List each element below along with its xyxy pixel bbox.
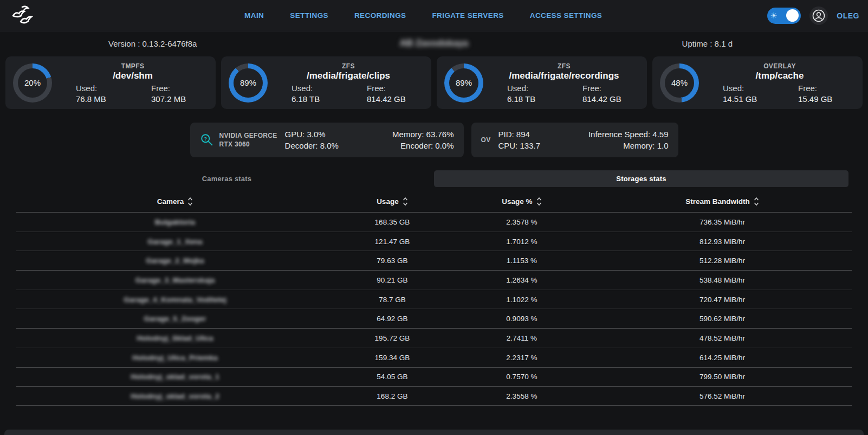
nav-settings[interactable]: SETTINGS: [290, 11, 328, 20]
table-row: Garage_5_Zooger 64.92 GB 0.9093 % 590.62…: [16, 309, 852, 328]
fs-type-label: ZFS: [273, 62, 424, 70]
nav-recordings[interactable]: RECORDINGS: [354, 11, 406, 20]
version-label: Version : 0.13.2-6476f8a: [0, 39, 400, 48]
usage-pct-cell: 1.1022 %: [451, 296, 593, 304]
table-row: Garage_1_Xena 121.47 GB 1.7012 % 812.93 …: [16, 232, 852, 251]
table-row: Holodnyj_Ulica_Priemka 159.34 GB 2.2317 …: [16, 348, 852, 367]
storage-card-dev-shm: 20% TMPFS /dev/shm Used: Free: 76.8 MB 3…: [5, 56, 216, 109]
usage-donut: 48%: [660, 63, 699, 103]
usage-cell: 195.72 GB: [334, 334, 451, 342]
bandwidth-cell: 720.47 MiB/hr: [593, 296, 852, 304]
frigate-logo-icon: [9, 4, 38, 28]
camera-name-blurred: Garage_2_Mojka: [16, 257, 334, 265]
column-header-usage-pct[interactable]: Usage %: [451, 197, 593, 206]
detector-cpu: CPU: 133.7: [498, 141, 583, 150]
detector-name-label: OV: [481, 136, 491, 144]
donut-percent-label: 48%: [671, 78, 688, 87]
fs-path-label: /media/frigate/recordings: [489, 71, 639, 81]
tab-cameras-stats[interactable]: Cameras stats: [20, 170, 434, 187]
free-label: Free:: [133, 84, 208, 93]
column-header-stream-bandwidth[interactable]: Stream Bandwidth: [593, 197, 852, 206]
nav-main[interactable]: MAIN: [244, 11, 264, 20]
table-row: Garage_4_Komnata_Voditelej 78.7 GB 1.102…: [16, 290, 852, 309]
usage-pct-cell: 0.9093 %: [451, 315, 593, 323]
header-right-group: ☀ OLEG: [767, 7, 859, 25]
table-row: Bulgaktoria 168.35 GB 2.3578 % 736.35 Mi…: [16, 212, 852, 232]
usage-pct-cell: 1.2634 %: [451, 276, 593, 284]
used-value: 76.8 MB: [57, 94, 133, 104]
column-header-usage[interactable]: Usage: [334, 197, 451, 206]
table-row: Holodnyj_sklad_vorota_1 54.05 GB 0.7570 …: [16, 367, 852, 387]
free-label: Free:: [564, 84, 639, 93]
sort-icon: [403, 197, 408, 206]
bandwidth-cell: 478.52 MiB/hr: [593, 334, 852, 342]
column-header-camera[interactable]: Camera: [16, 197, 334, 206]
bandwidth-cell: 512.28 MiB/hr: [593, 257, 852, 265]
bandwidth-cell: 590.62 MiB/hr: [593, 315, 852, 323]
bandwidth-cell: 799.50 MiB/hr: [593, 373, 852, 381]
used-label: Used:: [273, 84, 348, 93]
usage-pct-cell: 2.7411 %: [451, 334, 593, 342]
svg-text:?: ?: [204, 136, 207, 142]
camera-name-blurred: Garage_5_Zooger: [16, 315, 334, 323]
storage-card-clips: 89% ZFS /media/frigate/clips Used: Free:…: [221, 56, 431, 109]
bandwidth-cell: 614.25 MiB/hr: [593, 354, 852, 362]
username-label[interactable]: OLEG: [837, 11, 859, 20]
usage-cell: 90.21 GB: [334, 276, 451, 284]
uptime-label: Uptime : 8.1 d: [682, 39, 868, 48]
info-bar: Version : 0.13.2-6476f8a AB Zavodskaya U…: [0, 31, 868, 55]
donut-percent-label: 89%: [240, 78, 256, 87]
accelerator-row: ? NVIDIA GEFORCE RTX 3060 GPU: 3.0% Memo…: [0, 123, 868, 157]
storages-stats-table: Camera Usage Usage % Stream Bandwidth Bu…: [16, 190, 852, 406]
free-value: 15.49 GB: [780, 94, 855, 104]
detector-stats-card: OV PID: 894 Inference Speed: 4.59 CPU: 1…: [471, 123, 678, 157]
nav-frigate-servers[interactable]: FRIGATE SERVERS: [432, 11, 503, 20]
detector-memory: Memory: 1.0: [583, 141, 668, 150]
tab-storages-stats[interactable]: Storages stats: [434, 170, 848, 187]
usage-cell: 159.34 GB: [334, 354, 451, 362]
table-row: Garage_2_Mojka 79.63 GB 1.1153 % 512.28 …: [16, 251, 852, 270]
used-value: 6.18 TB: [273, 94, 348, 104]
camera-name-blurred: Garage_3_Masterskaja: [16, 276, 334, 284]
used-value: 6.18 TB: [489, 94, 564, 104]
gpu-encoder: Encoder: 0.0%: [370, 141, 454, 150]
fs-path-label: /media/frigate/clips: [273, 71, 424, 81]
usage-pct-cell: 2.3558 %: [451, 392, 593, 400]
gpu-decoder: Decoder: 8.0%: [285, 141, 370, 150]
usage-cell: 78.7 GB: [334, 296, 451, 304]
user-avatar[interactable]: [809, 7, 828, 25]
camera-name-blurred: Garage_1_Xena: [16, 238, 334, 246]
gpu-usage: GPU: 3.0%: [285, 130, 370, 139]
free-label: Free:: [348, 84, 424, 93]
fs-path-label: /dev/shm: [57, 71, 208, 81]
nav-access-settings[interactable]: ACCESS SETTINGS: [530, 11, 603, 20]
fs-type-label: ZFS: [489, 62, 639, 70]
camera-name-blurred: Holodnyj_sklad_vorota_1: [16, 373, 334, 381]
server-name-blurred: AB Zavodskaya: [400, 38, 469, 49]
table-row: Garage_3_Masterskaja 90.21 GB 1.2634 % 5…: [16, 270, 852, 290]
usage-donut: 89%: [229, 63, 268, 103]
free-value: 814.42 GB: [348, 94, 424, 104]
gpu-stats-card: ? NVIDIA GEFORCE RTX 3060 GPU: 3.0% Memo…: [190, 123, 464, 157]
detector-inference-speed: Inference Speed: 4.59: [583, 130, 668, 139]
used-value: 14.51 GB: [704, 94, 780, 104]
fs-type-label: TMPFS: [57, 62, 208, 70]
usage-cell: 168.2 GB: [334, 392, 451, 400]
toggle-knob: [786, 9, 799, 22]
used-label: Used:: [704, 84, 780, 93]
usage-donut: 20%: [13, 63, 52, 103]
theme-toggle[interactable]: ☀: [767, 8, 801, 24]
camera-name-blurred: Holodnyj_Ulica_Priemka: [16, 354, 334, 362]
fs-path-label: /tmp/cache: [704, 71, 855, 81]
gpu-search-icon: ?: [200, 133, 214, 147]
detector-pid: PID: 894: [498, 130, 583, 139]
table-row: Holodnyj_Sklad_Ulica 195.72 GB 2.7411 % …: [16, 328, 852, 348]
usage-pct-cell: 0.7570 %: [451, 373, 593, 381]
table-row: Holodnyj_sklad_vorota_2 168.2 GB 2.3558 …: [16, 386, 852, 406]
top-navigation-bar: MAIN SETTINGS RECORDINGS FRIGATE SERVERS…: [0, 0, 868, 31]
usage-pct-cell: 2.3578 %: [451, 218, 593, 226]
sun-icon: ☀: [770, 11, 777, 20]
sort-icon: [187, 197, 193, 206]
sort-icon: [536, 197, 542, 206]
storage-cards-row: 20% TMPFS /dev/shm Used: Free: 76.8 MB 3…: [0, 55, 868, 109]
